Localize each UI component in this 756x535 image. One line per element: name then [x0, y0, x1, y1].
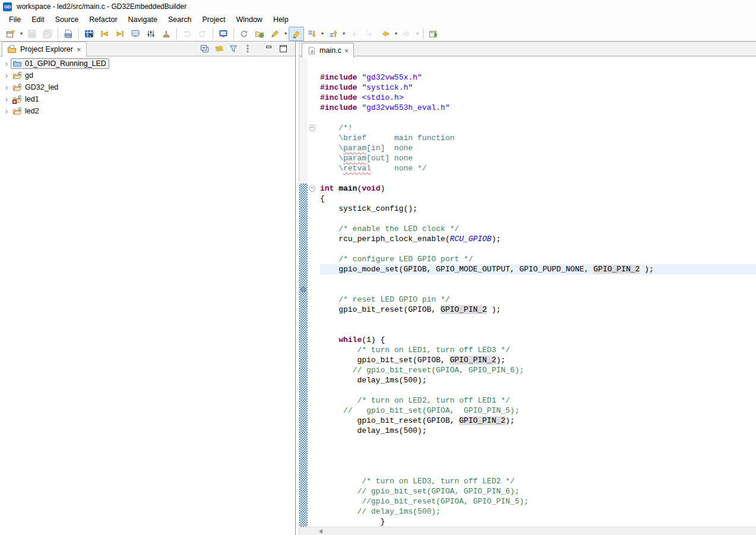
code-line[interactable] — [320, 173, 756, 183]
previous-annotation-dropdown-icon[interactable]: ▾ — [341, 31, 347, 36]
code-line[interactable] — [320, 244, 756, 254]
code-line[interactable] — [320, 315, 756, 325]
code-line[interactable] — [320, 456, 756, 466]
jump-previous-button[interactable] — [97, 27, 112, 41]
collapse-all-button[interactable] — [198, 43, 212, 55]
clean-button[interactable] — [159, 27, 174, 41]
code-line[interactable]: #include <stdio.h> — [320, 93, 756, 103]
settings-button[interactable] — [143, 27, 159, 41]
refresh-button[interactable] — [236, 27, 252, 41]
device-configuration-button[interactable]: </> — [128, 27, 143, 41]
program-flash-dropdown-icon[interactable]: ▾ — [283, 31, 289, 36]
tree-item-01_gpio_running_led[interactable]: ›01_GPIO_Running_LED — [0, 58, 295, 69]
menu-item-refactor[interactable]: Refactor — [84, 13, 122, 26]
code-line[interactable]: /*! — [320, 123, 756, 133]
code-line[interactable] — [320, 214, 756, 224]
save-all-button[interactable] — [40, 27, 55, 41]
code-line[interactable]: //gpio_bit_reset(GPIOA, GPIO_PIN_5); — [320, 496, 756, 506]
code-line[interactable]: #include "gd32vw55x.h" — [320, 72, 756, 83]
next-annotation-button[interactable] — [304, 27, 320, 41]
menu-item-search[interactable]: Search — [163, 13, 197, 26]
code-line[interactable]: while(1) { — [320, 335, 756, 345]
code-line[interactable]: int main(void) — [320, 183, 756, 194]
code-line[interactable]: gpio_bit_reset(GPIOB, GPIO_PIN_2 ); — [320, 305, 756, 315]
menu-item-project[interactable]: Project — [197, 13, 231, 26]
code-line[interactable]: /* turn on LED3, turn off LED2 */ — [320, 476, 756, 486]
pin-editor-button[interactable] — [426, 27, 441, 41]
code-line[interactable] — [320, 436, 756, 446]
code-line[interactable] — [320, 466, 756, 476]
panel-sash[interactable] — [295, 42, 299, 535]
project-explorer-close-icon[interactable]: × — [77, 46, 81, 53]
view-menu-button[interactable] — [241, 43, 255, 55]
tree-item-led1[interactable]: ›Cled1 — [0, 93, 295, 105]
code-line[interactable]: /* enable the LED clock */ — [320, 224, 756, 234]
code-line[interactable] — [320, 62, 756, 72]
back-history-button[interactable] — [378, 27, 393, 41]
tab-project-explorer[interactable]: Project Explorer × — [2, 42, 87, 57]
code-line[interactable]: /* configure LED GPIO port */ — [320, 254, 756, 264]
code-line[interactable]: #include "systick.h" — [320, 83, 756, 93]
code-line[interactable] — [320, 385, 756, 395]
tree-item-gd32_led[interactable]: ›CGD32_led — [0, 81, 295, 93]
code-line[interactable]: \brief main function — [320, 133, 756, 143]
menu-item-window[interactable]: Window — [230, 13, 267, 26]
tree-item-gd[interactable]: ›Cgd — [0, 69, 295, 81]
code-line[interactable]: \param[out] none — [320, 153, 756, 163]
code-line[interactable]: // gpio_bit_set(GPIOA, GPIO_PIN_6); — [320, 486, 756, 496]
code-line[interactable]: delay_1ms(500); — [320, 426, 756, 436]
code-line[interactable] — [320, 274, 756, 284]
code-line[interactable]: { — [320, 194, 756, 204]
chevron-right-icon[interactable]: › — [2, 107, 11, 115]
new-button[interactable] — [3, 27, 18, 41]
code-line[interactable]: /* reset LED GPIO pin */ — [320, 295, 756, 305]
code-line[interactable]: // gpio_bit_set(GPIOA, GPIO_PIN_5); — [320, 406, 756, 416]
program-flash-button[interactable] — [267, 27, 283, 41]
code-line[interactable]: gpio_bit_set(GPIOB, GPIO_PIN_2); — [320, 355, 756, 365]
fold-collapse-icon[interactable]: − — [309, 185, 315, 192]
code-line[interactable] — [320, 325, 756, 335]
code-line[interactable]: rcu_periph_clock_enable(RCU_GPIOB); — [320, 234, 756, 244]
forward-history-dropdown-icon[interactable]: ▾ — [415, 31, 420, 36]
previous-annotation-button[interactable] — [325, 27, 341, 41]
menu-item-navigate[interactable]: Navigate — [123, 13, 163, 26]
code-line[interactable]: // delay_1ms(500); — [320, 506, 756, 517]
jump-next-button[interactable] — [112, 27, 128, 41]
code-line[interactable]: /* turn on LED1, turn off LED3 */ — [320, 345, 756, 355]
filter-button[interactable] — [226, 43, 241, 55]
build-button[interactable] — [81, 27, 97, 41]
undo-button[interactable] — [179, 27, 195, 41]
code-line[interactable] — [320, 284, 756, 295]
code-line[interactable]: systick_config(); — [320, 204, 756, 214]
code-line[interactable]: \retval none */ — [320, 163, 756, 173]
tab-main-c[interactable]: .c main.c × — [302, 43, 354, 58]
code-line[interactable] — [320, 113, 756, 123]
editor-text-area[interactable]: #include "gd32vw55x.h"#include "systick.… — [317, 56, 756, 527]
last-edit-forward-button[interactable]: * — [362, 27, 378, 41]
menu-item-help[interactable]: Help — [268, 13, 294, 26]
fold-collapse-icon[interactable]: − — [309, 125, 315, 131]
back-history-dropdown-icon[interactable]: ▾ — [393, 31, 399, 36]
next-annotation-dropdown-icon[interactable]: ▾ — [320, 31, 325, 36]
code-line[interactable]: \param[in] none — [320, 143, 756, 153]
menu-item-source[interactable]: Source — [50, 13, 84, 26]
code-line[interactable] — [320, 446, 756, 456]
redo-button[interactable] — [195, 27, 210, 41]
open-resource-button[interactable] — [252, 27, 267, 41]
menu-item-file[interactable]: File — [4, 13, 26, 26]
code-line-current[interactable]: gpio_mode_set(GPIOB, GPIO_MODE_OUTPUT, G… — [320, 264, 756, 274]
chevron-right-icon[interactable]: › — [2, 71, 11, 80]
menu-item-edit[interactable]: Edit — [26, 13, 50, 26]
maximize-button[interactable] — [276, 43, 290, 55]
chevron-right-icon[interactable]: › — [2, 59, 11, 68]
code-line[interactable]: /* turn on LED2, turn off LED1 */ — [320, 395, 756, 406]
binary-editor-button[interactable]: 010 — [61, 27, 76, 41]
code-line[interactable]: } — [320, 517, 756, 527]
console-button[interactable] — [216, 27, 231, 41]
code-line[interactable]: #include "gd32vw553h_eval.h" — [320, 103, 756, 113]
save-button[interactable] — [24, 27, 40, 41]
tree-item-led2[interactable]: ›Cled2 — [0, 105, 295, 117]
last-edit-back-button[interactable]: * — [347, 27, 362, 41]
editor-tab-close-icon[interactable]: × — [344, 47, 349, 55]
toggle-mark-occurrences-button[interactable] — [289, 27, 304, 41]
